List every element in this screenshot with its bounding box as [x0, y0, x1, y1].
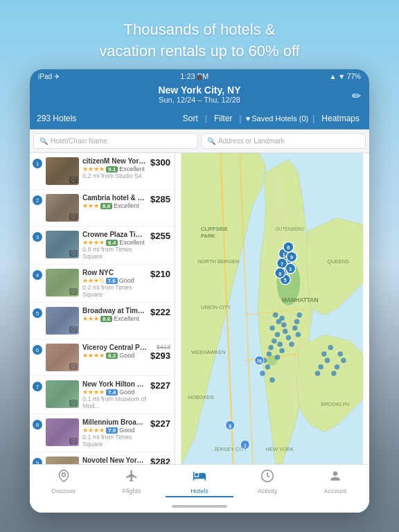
saved-hotels-button[interactable]: ♥ Saved Hotels (0) [246, 114, 308, 123]
hotel-heart-icon[interactable]: ♡ [69, 213, 78, 220]
svg-point-60 [269, 378, 274, 382]
heatmaps-button[interactable]: Heatmaps [319, 112, 362, 125]
discover-icon [57, 469, 71, 486]
hotel-stars: ★★★ 8.6 Excellent [82, 315, 147, 322]
hotel-item[interactable]: 3 ♡ Crowne Plaza Times Squ... ★★★★ 8.4 E… [30, 227, 175, 265]
hero-text: Thousands of hotels & vacation rentals u… [0, 19, 399, 62]
hotel-image: ♡ [46, 269, 79, 296]
svg-text:BROOKLYN: BROOKLYN [321, 401, 349, 407]
hotel-number: 8 [33, 420, 42, 429]
hotel-heart-icon[interactable]: ♡ [69, 400, 78, 407]
hotel-distance: 0.1 mi from Times Square [82, 434, 147, 447]
hotel-heart-icon[interactable]: ♡ [69, 363, 78, 370]
home-indicator[interactable] [30, 500, 369, 513]
svg-point-88 [62, 473, 66, 477]
hotel-name: Broadway at Times Squ... [82, 307, 147, 315]
header-city: New York City, NY [38, 85, 361, 96]
nav-item-hotels[interactable]: Hotels [166, 469, 233, 497]
account-indicator [301, 496, 369, 497]
hotel-price: $255 [150, 231, 170, 241]
hotel-price: $293 [150, 351, 170, 361]
hotel-rating: Good [119, 277, 134, 284]
address-search-bar[interactable]: 🔍 Address or Landmark [201, 133, 366, 149]
hotel-name: Viceroy Central Park Ne... [82, 344, 147, 352]
hotel-search-bar[interactable]: 🔍 Hotel/Chain Name [33, 133, 198, 149]
hotel-image: ♡ [46, 380, 79, 408]
hotel-price: $282 [150, 456, 170, 464]
hotel-price-col: $210 [150, 269, 170, 279]
hotel-price: $285 [150, 194, 170, 204]
svg-point-69 [341, 358, 346, 363]
svg-text:1: 1 [244, 443, 247, 448]
activity-label: Activity [258, 488, 278, 495]
hotel-rating: Excellent [119, 239, 145, 246]
hotel-item[interactable]: 8 ♡ Millennium Broadway Ne... ★★★★ 7.9 G… [30, 414, 175, 452]
hotel-badge: 8.2 [106, 353, 118, 359]
hotel-heart-icon[interactable]: ♡ [69, 438, 78, 445]
discover-indicator [30, 496, 98, 497]
address-search-placeholder: Address or Landmark [218, 137, 285, 145]
svg-point-44 [281, 322, 286, 327]
status-battery: ▲ ▼ 77% [330, 73, 361, 80]
svg-point-50 [279, 348, 284, 353]
hotel-stars: ★★★½ 7.6 Good [82, 277, 147, 284]
hotel-count: 293 Hotels [37, 114, 76, 123]
hotel-item[interactable]: 2 ♡ Cambria hotel & suites... ★★★ 8.8 Ex… [30, 190, 175, 227]
edit-icon[interactable]: ✏ [352, 89, 361, 103]
hotel-distance: 0.1 mi from Museum of Mod... [82, 396, 147, 409]
svg-point-54 [296, 332, 301, 337]
hotel-info: New York Hilton Midtown ★★★★ 7.4 Good 0.… [82, 380, 147, 409]
svg-text:3: 3 [289, 266, 292, 272]
hotel-rating: Excellent [114, 315, 139, 322]
flights-indicator [98, 496, 166, 497]
hotel-heart-icon[interactable]: ♡ [69, 326, 78, 333]
hotel-distance: 0.9 mi from Times Square [82, 246, 147, 260]
svg-text:PARK: PARK [201, 233, 215, 239]
hotel-number: 5 [33, 308, 42, 318]
hero-line1: Thousands of hotels & [124, 21, 276, 38]
search-row: 🔍 Hotel/Chain Name 🔍 Address or Landmark [30, 130, 369, 153]
home-bar [172, 505, 227, 508]
hotel-item[interactable]: 7 ♡ New York Hilton Midtown ★★★★ 7.4 Goo… [30, 376, 175, 414]
hotel-heart-icon[interactable]: ♡ [69, 250, 78, 257]
hotel-badge: 8.6 [100, 316, 112, 322]
hotels-label: Hotels [190, 488, 209, 495]
map-area[interactable]: 1 2 3 4 5 6 7 8 [175, 153, 369, 464]
nav-item-activity[interactable]: Activity [233, 469, 301, 497]
nav-item-account[interactable]: Account [301, 469, 369, 497]
svg-point-42 [275, 332, 280, 337]
svg-text:GUTENBERG: GUTENBERG [276, 227, 304, 231]
sort-button[interactable]: Sort [180, 112, 201, 125]
hotel-stars: ★★★ 8.8 Excellent [82, 202, 147, 209]
hotel-stars: ★★★★ 7.9 Good [82, 427, 147, 434]
hotel-item[interactable]: 4 ♡ Row NYC ★★★½ 7.6 Good 0.2 mi from Ti… [30, 265, 175, 303]
hotel-item[interactable]: 5 ♡ Broadway at Times Squ... ★★★ 8.6 Exc… [30, 303, 175, 339]
svg-point-58 [265, 364, 270, 369]
hotel-item[interactable]: 1 ♡ citizenM New York Time... ★★★★ 9.1 E… [30, 153, 175, 190]
hotel-rating: Excellent [114, 202, 139, 209]
hotel-info: Row NYC ★★★½ 7.6 Good 0.2 mi from Times … [82, 269, 147, 298]
hotel-search-placeholder: Hotel/Chain Name [51, 137, 107, 145]
svg-point-45 [277, 342, 282, 346]
nav-item-discover[interactable]: Discover [30, 469, 98, 497]
svg-text:78: 78 [257, 359, 263, 364]
filter-button[interactable]: Filter [211, 112, 236, 125]
svg-text:7: 7 [281, 261, 283, 267]
svg-point-49 [267, 351, 272, 356]
svg-text:NORTH BERGEN: NORTH BERGEN [197, 258, 239, 265]
svg-point-38 [273, 312, 278, 317]
svg-text:UNION CITY: UNION CITY [201, 304, 231, 310]
hotel-badge: 7.9 [106, 427, 118, 434]
hotel-heart-icon[interactable]: ♡ [69, 177, 78, 184]
hotel-image: ♡ [46, 157, 79, 185]
svg-point-63 [318, 364, 323, 369]
hotel-rating: Excellent [119, 166, 145, 172]
device-frame: iPad ✈ 1:23 PM ▲ ▼ 77% New York City, NY… [30, 69, 369, 513]
saved-hotels-label: Saved Hotels (0) [251, 114, 308, 123]
hotel-item[interactable]: 9 ♡ Novotel New York - Tim... ★★★★ 8.0 E… [30, 452, 175, 464]
hotel-item[interactable]: 6 ♡ Viceroy Central Park Ne... ★★★★ 8.2 … [30, 339, 175, 376]
nav-item-flights[interactable]: Flights [98, 469, 166, 497]
hotel-heart-icon[interactable]: ♡ [69, 288, 78, 295]
svg-text:8: 8 [278, 271, 281, 277]
hotel-price: $210 [150, 269, 170, 279]
